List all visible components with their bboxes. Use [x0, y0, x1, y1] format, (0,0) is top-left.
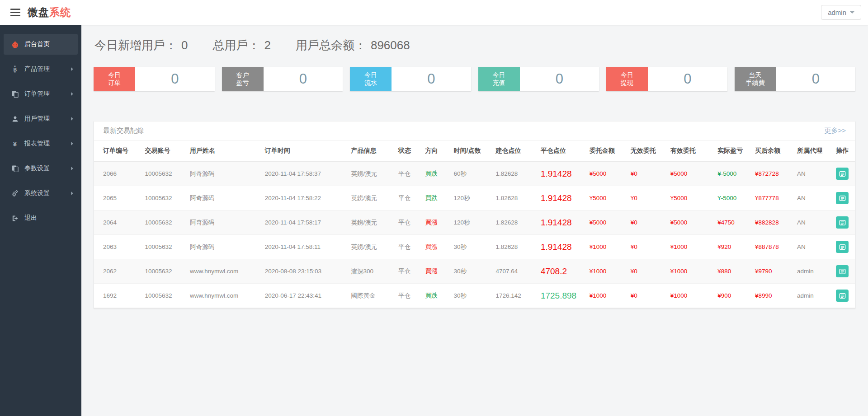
table-cell: 英鎊/澳元	[347, 186, 394, 210]
stat-card-value: 0	[264, 67, 343, 91]
table-cell: 1.91428	[537, 235, 586, 259]
table-cell: 買跌	[422, 284, 450, 308]
summary-stat-value: 0	[181, 38, 188, 52]
table-cell: 買漲	[422, 235, 450, 259]
stat-card-label: 当天 手續費	[735, 67, 776, 91]
table-cell: 買跌	[422, 162, 450, 186]
stat-card-label: 今日 订单	[94, 67, 135, 91]
more-link[interactable]: 更多>>	[824, 126, 846, 135]
gears-icon	[10, 190, 20, 197]
table-cell: ¥1000	[667, 284, 714, 308]
sidebar-item-report-management[interactable]: ¥ 报表管理	[4, 133, 78, 154]
table-cell: 平仓	[395, 259, 422, 284]
list-icon	[839, 195, 846, 201]
stat-card: 今日 流水 0	[350, 67, 471, 91]
list-icon	[839, 268, 846, 275]
app-logo[interactable]: 微盘系统	[28, 5, 71, 19]
table-cell: 英鎊/澳元	[347, 235, 394, 259]
stat-card-value: 0	[392, 67, 471, 91]
chevron-right-icon	[71, 92, 73, 96]
table-cell-action	[832, 284, 855, 308]
table-cell: ¥5000	[667, 162, 714, 186]
sidebar-item-product-management[interactable]: B 产品管理	[4, 59, 78, 79]
list-icon	[839, 220, 846, 226]
table-row: 206210005632www.hnymwl.com2020-08-08 23:…	[94, 259, 855, 284]
table-cell: ¥4750	[714, 210, 751, 235]
table-cell: 國際黃金	[347, 284, 394, 308]
table-cell: 英鎊/澳元	[347, 210, 394, 235]
row-action-button[interactable]	[836, 290, 849, 302]
table-cell: ¥-5000	[714, 186, 751, 210]
row-action-button[interactable]	[836, 192, 849, 204]
table-cell: AN	[793, 162, 832, 186]
table-cell: ¥1000	[586, 284, 627, 308]
sidebar-item-user-management[interactable]: 用戶管理	[4, 108, 78, 129]
table-cell: 2062	[94, 259, 141, 284]
table-cell-action	[832, 235, 855, 259]
summary-stat-label: 用戶总余额：	[296, 37, 366, 53]
user-dropdown-button[interactable]: admin	[821, 5, 861, 20]
table-cell: ¥877778	[751, 186, 793, 210]
app-logo-accent: 系统	[49, 6, 71, 18]
table-cell: ¥0	[627, 259, 667, 284]
table-cell: ¥872728	[751, 162, 793, 186]
chevron-right-icon	[71, 67, 73, 71]
row-action-button[interactable]	[836, 265, 849, 277]
table-cell: ¥-5000	[714, 162, 751, 186]
sidebar-item-system-settings[interactable]: 系统设置	[4, 183, 78, 204]
table-cell: www.hnymwl.com	[186, 284, 261, 308]
table-cell: 10005632	[141, 186, 186, 210]
column-header: 订单编号	[94, 140, 141, 162]
row-action-button[interactable]	[836, 168, 849, 180]
table-cell: AN	[793, 235, 832, 259]
row-action-button[interactable]	[836, 216, 849, 229]
user-dropdown-label: admin	[828, 9, 846, 16]
table-cell: AN	[793, 186, 832, 210]
user-icon	[10, 116, 20, 122]
stat-card-label: 今日 充值	[478, 67, 520, 91]
table-cell: ¥1000	[667, 259, 714, 284]
summary-stats: 今日新增用戶： 0 总用戶： 2 用戶总余额： 896068	[94, 37, 855, 53]
files-icon	[10, 165, 20, 172]
column-header: 交易账号	[141, 140, 186, 162]
summary-stat-label: 今日新增用戶：	[94, 37, 177, 53]
bitcoin-icon: B	[10, 65, 20, 73]
column-header: 所属代理	[793, 140, 832, 162]
list-icon	[839, 244, 846, 250]
table-cell: admin	[793, 284, 832, 308]
sidebar-item-parameter-settings[interactable]: 参数设置	[4, 158, 78, 179]
column-header: 产品信息	[347, 140, 394, 162]
summary-stat: 今日新增用戶： 0	[94, 37, 188, 53]
sidebar-item-logout[interactable]: 退出	[4, 208, 78, 229]
table-cell: 10005632	[141, 284, 186, 308]
column-header: 买后余额	[751, 140, 793, 162]
stat-card: 今日 充值 0	[478, 67, 599, 91]
table-row: 169210005632www.hnymwl.com2020-06-17 22:…	[94, 284, 855, 308]
table-cell: 2064	[94, 210, 141, 235]
column-header: 无效委托	[627, 140, 667, 162]
table-cell: ¥1000	[667, 235, 714, 259]
sidebar-item-order-management[interactable]: 订单管理	[4, 84, 78, 104]
table-cell: 1692	[94, 284, 141, 308]
table-cell-action	[832, 259, 855, 284]
table-cell: ¥5000	[667, 210, 714, 235]
table-cell-action	[832, 162, 855, 186]
caret-down-icon	[850, 11, 854, 14]
stat-card-label: 今日 流水	[350, 67, 392, 91]
chevron-right-icon	[71, 192, 73, 195]
table-cell: ¥5000	[586, 162, 627, 186]
table-cell: 2020-11-04 17:58:22	[261, 186, 348, 210]
table-row: 206410005632阿奇源码2020-11-04 17:58:17英鎊/澳元…	[94, 210, 855, 235]
hamburger-icon[interactable]	[10, 7, 22, 18]
column-header: 时间/点数	[450, 140, 492, 162]
row-action-button[interactable]	[836, 241, 849, 253]
table-cell: 2065	[94, 186, 141, 210]
sidebar-item-dashboard-home[interactable]: 后台首页	[4, 34, 78, 55]
signout-icon	[10, 215, 20, 222]
stat-card-value: 0	[648, 67, 727, 91]
chevron-right-icon	[71, 167, 73, 170]
table-cell: 30秒	[450, 259, 492, 284]
table-cell: ¥5000	[667, 186, 714, 210]
yen-icon: ¥	[10, 140, 20, 148]
table-cell: 平仓	[395, 210, 422, 235]
